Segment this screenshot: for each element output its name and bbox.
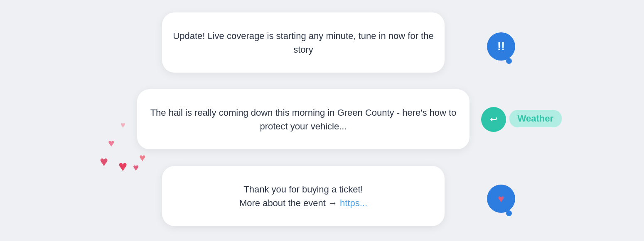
heart-float-5: ♥	[133, 162, 139, 173]
exclamation-icon: !!	[497, 40, 505, 53]
redirect-bubble: ↩	[481, 107, 506, 132]
weather-tag-label: Weather	[518, 113, 553, 124]
heart-float-4: ♥	[118, 158, 127, 175]
weather-tag[interactable]: Weather	[509, 110, 562, 127]
card-2-text: The hail is really coming down this morn…	[137, 106, 469, 133]
card-1-text: Update! Live coverage is starting any mi…	[162, 29, 445, 56]
heart-float-6: ♥	[139, 151, 145, 164]
card-3-text-line2: More about the event →	[239, 198, 340, 208]
heart-float-1: ♥	[120, 120, 125, 130]
notification-card-3: Thank you for buying a ticket! More abou…	[162, 166, 445, 226]
heart-bubble: ♥	[487, 185, 515, 213]
alert-bubble: !!	[487, 32, 515, 61]
card-3-text: Thank you for buying a ticket! More abou…	[231, 183, 376, 210]
redirect-icon: ↩	[490, 114, 497, 125]
scene: Update! Live coverage is starting any mi…	[0, 0, 644, 241]
card-3-text-line1: Thank you for buying a ticket!	[243, 184, 363, 195]
notification-card-2: The hail is really coming down this morn…	[137, 89, 469, 149]
heart-float-3: ♥	[100, 153, 108, 170]
notification-card-1: Update! Live coverage is starting any mi…	[162, 12, 445, 73]
card-3-link[interactable]: https...	[340, 198, 367, 208]
heart-float-2: ♥	[108, 137, 114, 150]
heart-icon: ♥	[498, 192, 504, 205]
